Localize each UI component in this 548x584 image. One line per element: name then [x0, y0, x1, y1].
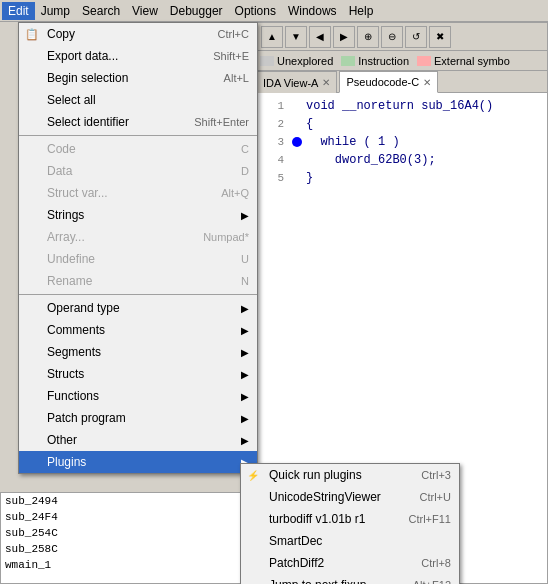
- code-line-5: 5 }: [256, 169, 547, 187]
- toolbar-btn-7[interactable]: ↺: [405, 26, 427, 48]
- menu-item-code[interactable]: Code C: [19, 138, 257, 160]
- code-line-4: 4 dword_62B0(3);: [256, 151, 547, 169]
- menu-item-segments[interactable]: Segments ▶: [19, 341, 257, 363]
- menu-item-strings-arrow: ▶: [241, 210, 249, 221]
- toolbar-btn-8[interactable]: ✖: [429, 26, 451, 48]
- tab-ida-view-label: IDA View-A: [263, 77, 318, 89]
- menu-item-data[interactable]: Data D: [19, 160, 257, 182]
- legend-bar: Unexplored Instruction External symbo: [256, 51, 547, 71]
- list-item[interactable]: sub_24F4: [1, 509, 254, 525]
- menu-item-comments-label: Comments: [47, 323, 105, 337]
- legend-external: External symbo: [417, 55, 510, 67]
- menu-item-comments-arrow: ▶: [241, 325, 249, 336]
- menu-item-patch-label: Patch program: [47, 411, 126, 425]
- menu-item-other[interactable]: Other ▶: [19, 429, 257, 451]
- line-num-3: 3: [260, 136, 284, 148]
- toolbar-btn-5[interactable]: ⊕: [357, 26, 379, 48]
- submenu-item-smartdec[interactable]: SmartDec: [241, 530, 459, 552]
- menu-divider-2: [19, 294, 257, 295]
- menu-item-structs-label: Structs: [47, 367, 84, 381]
- menu-item-begin-sel-label: Begin selection: [47, 71, 128, 85]
- menu-item-begin-sel[interactable]: Begin selection Alt+L: [19, 67, 257, 89]
- list-item[interactable]: sub_258C: [1, 541, 254, 557]
- menu-item-functions-label: Functions: [47, 389, 99, 403]
- legend-external-label: External symbo: [434, 55, 510, 67]
- submenu-label-patchdiff2: PatchDiff2: [269, 556, 324, 570]
- menu-item-select-id-shortcut: Shift+Enter: [194, 116, 249, 128]
- menubar-jump[interactable]: Jump: [35, 2, 76, 20]
- menu-item-struct-var-shortcut: Alt+Q: [221, 187, 249, 199]
- tab-pseudocode-label: Pseudocode-C: [346, 76, 419, 88]
- menu-item-copy[interactable]: 📋 Copy Ctrl+C: [19, 23, 257, 45]
- legend-external-box: [417, 56, 431, 66]
- menu-item-plugins[interactable]: Plugins ▶: [19, 451, 257, 473]
- menubar-edit[interactable]: Edit: [2, 2, 35, 20]
- line-num-1: 1: [260, 100, 284, 112]
- tab-pseudocode[interactable]: Pseudocode-C ✕: [339, 71, 438, 93]
- submenu-item-turbodiff[interactable]: turbodiff v1.01b r1 Ctrl+F11: [241, 508, 459, 530]
- edit-dropdown-menu: 📋 Copy Ctrl+C Export data... Shift+E Beg…: [18, 22, 258, 474]
- code-text-1: void __noreturn sub_16A4(): [306, 99, 493, 113]
- list-item[interactable]: sub_2494: [1, 493, 254, 509]
- main-area: sub_2494 sub_24F4 sub_254C sub_258C wmai…: [0, 22, 548, 584]
- code-line-3: 3 while ( 1 ): [256, 133, 547, 151]
- menu-item-strings[interactable]: Strings ▶: [19, 204, 257, 226]
- submenu-item-jump-fixup[interactable]: Jump to next fixup Alt+F12: [241, 574, 459, 584]
- submenu-item-quick-run[interactable]: ⚡ Quick run plugins Ctrl+3: [241, 464, 459, 486]
- submenu-shortcut-patchdiff2: Ctrl+8: [421, 557, 451, 569]
- submenu-icon-quick-run: ⚡: [247, 470, 259, 481]
- menu-item-array[interactable]: Array... Numpad*: [19, 226, 257, 248]
- submenu-shortcut-turbodiff: Ctrl+F11: [409, 513, 452, 525]
- menu-item-operand-arrow: ▶: [241, 303, 249, 314]
- menu-item-rename[interactable]: Rename N: [19, 270, 257, 292]
- tab-ida-view-close[interactable]: ✕: [322, 77, 330, 88]
- menu-item-segments-label: Segments: [47, 345, 101, 359]
- submenu-shortcut-jump-fixup: Alt+F12: [413, 579, 451, 584]
- menu-item-strings-label: Strings: [47, 208, 84, 222]
- toolbar-btn-3[interactable]: ◀: [309, 26, 331, 48]
- menu-item-select-all[interactable]: Select all: [19, 89, 257, 111]
- menu-item-other-arrow: ▶: [241, 435, 249, 446]
- menubar-view[interactable]: View: [126, 2, 164, 20]
- list-item[interactable]: sub_254C: [1, 525, 254, 541]
- menu-item-functions-arrow: ▶: [241, 391, 249, 402]
- tab-ida-view[interactable]: IDA View-A ✕: [256, 71, 337, 93]
- menu-item-patch-arrow: ▶: [241, 413, 249, 424]
- menubar-debugger[interactable]: Debugger: [164, 2, 229, 20]
- menu-item-segments-arrow: ▶: [241, 347, 249, 358]
- menubar-search[interactable]: Search: [76, 2, 126, 20]
- menu-item-functions[interactable]: Functions ▶: [19, 385, 257, 407]
- menu-item-export-shortcut: Shift+E: [213, 50, 249, 62]
- submenu-shortcut-quick-run: Ctrl+3: [421, 469, 451, 481]
- menu-item-structs[interactable]: Structs ▶: [19, 363, 257, 385]
- menubar-options[interactable]: Options: [229, 2, 282, 20]
- menu-item-select-all-label: Select all: [47, 93, 96, 107]
- menu-item-operand[interactable]: Operand type ▶: [19, 297, 257, 319]
- menu-item-select-id[interactable]: Select identifier Shift+Enter: [19, 111, 257, 133]
- menu-item-patch[interactable]: Patch program ▶: [19, 407, 257, 429]
- menu-item-code-label: Code: [47, 142, 76, 156]
- line-num-5: 5: [260, 172, 284, 184]
- menubar-windows[interactable]: Windows: [282, 2, 343, 20]
- menu-item-export[interactable]: Export data... Shift+E: [19, 45, 257, 67]
- bottom-list: sub_2494 sub_24F4 sub_254C sub_258C wmai…: [0, 492, 255, 584]
- menu-item-undefine[interactable]: Undefine U: [19, 248, 257, 270]
- submenu-item-patchdiff2[interactable]: PatchDiff2 Ctrl+8: [241, 552, 459, 574]
- menu-item-comments[interactable]: Comments ▶: [19, 319, 257, 341]
- submenu-item-unicode[interactable]: UnicodeStringViewer Ctrl+U: [241, 486, 459, 508]
- list-item[interactable]: wmain_1: [1, 557, 254, 573]
- toolbar-btn-1[interactable]: ▲: [261, 26, 283, 48]
- toolbar-btn-2[interactable]: ▼: [285, 26, 307, 48]
- menu-item-select-id-label: Select identifier: [47, 115, 129, 129]
- menu-item-copy-icon: 📋: [25, 28, 39, 41]
- menubar-help[interactable]: Help: [343, 2, 380, 20]
- tab-pseudocode-close[interactable]: ✕: [423, 77, 431, 88]
- menu-item-struct-var[interactable]: Struct var... Alt+Q: [19, 182, 257, 204]
- code-text-5: }: [306, 171, 313, 185]
- menu-divider-1: [19, 135, 257, 136]
- line-bullet-4: [292, 155, 302, 165]
- menu-item-struct-var-label: Struct var...: [47, 186, 108, 200]
- toolbar-btn-6[interactable]: ⊖: [381, 26, 403, 48]
- toolbar-btn-4[interactable]: ▶: [333, 26, 355, 48]
- submenu-shortcut-unicode: Ctrl+U: [420, 491, 451, 503]
